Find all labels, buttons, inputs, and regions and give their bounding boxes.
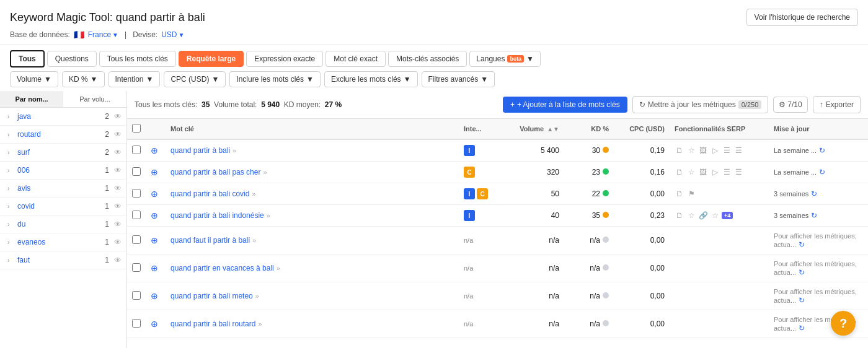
filter-volume[interactable]: Volume ▼ (10, 71, 58, 87)
sidebar-item[interactable]: › avis 1 👁 (0, 180, 126, 198)
keyword-link[interactable]: quand partir à bali covid (170, 189, 249, 198)
chevron-right-icon: › (7, 149, 15, 156)
add-keyword-icon[interactable]: ⊕ (151, 263, 158, 273)
help-fab[interactable]: ? (831, 311, 856, 336)
sort-by-name[interactable]: Par nom... (0, 91, 63, 107)
eye-icon[interactable]: 👁 (114, 166, 122, 175)
filter-include[interactable]: Inclure les mots clés ▼ (229, 71, 321, 87)
eye-icon[interactable]: 👁 (114, 130, 122, 139)
add-keyword-icon[interactable]: ⊕ (151, 167, 158, 177)
row-checkbox[interactable] (132, 291, 141, 300)
refresh-icon: ↻ (639, 100, 645, 109)
row-checkbox[interactable] (132, 167, 141, 176)
currency-link[interactable]: USD ▼ (161, 30, 184, 39)
add-keyword-icon[interactable]: ⊕ (151, 291, 158, 301)
keyword-expand-icon[interactable]: » (263, 168, 267, 176)
add-keyword-icon[interactable]: ⊕ (151, 319, 158, 329)
tab-mot-cle-exact[interactable]: Mot clé exact (326, 51, 386, 67)
filter-intention[interactable]: Intention ▼ (108, 71, 161, 87)
kd-dot (603, 147, 609, 153)
eye-icon[interactable]: 👁 (114, 184, 122, 193)
eye-icon[interactable]: 👁 (114, 148, 122, 157)
volume-value: 320 (547, 168, 559, 176)
keyword-link[interactable]: quand partir en vacances à bali (170, 264, 274, 272)
sidebar-item[interactable]: › evaneos 1 👁 (0, 233, 126, 251)
keyword-expand-icon[interactable]: » (255, 292, 259, 300)
sort-by-volume[interactable]: Par volu... (63, 91, 126, 107)
eye-icon[interactable]: 👁 (114, 256, 122, 264)
keyword-expand-icon[interactable]: » (258, 320, 262, 328)
langues-label: Langues (476, 54, 505, 63)
add-keyword-icon[interactable]: ⊕ (151, 235, 158, 245)
keyword-link[interactable]: quand partir à bali meteo (170, 292, 253, 300)
settings-button[interactable]: ⚙ 7/10 (773, 97, 807, 113)
refresh-icon[interactable]: ↻ (811, 211, 817, 220)
keyword-expand-icon[interactable]: » (267, 212, 270, 219)
kd-avg-value: 27 % (325, 100, 342, 109)
eye-icon[interactable]: 👁 (114, 220, 122, 228)
serp-icon-star-empty2: ☆ (710, 211, 720, 220)
sidebar-item[interactable]: › du 1 👁 (0, 215, 126, 233)
kd-value: n/a (590, 292, 600, 300)
row-checkbox[interactable] (132, 263, 141, 272)
keyword-link[interactable]: quand partir à bali (170, 146, 230, 155)
tab-requete-large[interactable]: Requête large (179, 51, 244, 67)
keyword-expand-icon[interactable]: » (252, 190, 255, 198)
row-checkbox[interactable] (132, 211, 141, 219)
col-header-volume[interactable]: Volume ▲▼ (508, 119, 564, 139)
serp-icon-page: 🗋 (675, 211, 684, 220)
eye-icon[interactable]: 👁 (114, 202, 122, 211)
database-link[interactable]: France ▼ (88, 30, 118, 39)
tab-mots-cles-associes[interactable]: Mots-clés associés (388, 51, 467, 67)
kd-value: 35 (592, 211, 600, 220)
row-checkbox[interactable] (132, 319, 141, 328)
refresh-icon[interactable]: ↻ (799, 240, 805, 249)
history-button[interactable]: Voir l'historique de recherche (746, 9, 858, 26)
add-keyword-icon[interactable]: ⊕ (151, 146, 158, 155)
sidebar-item[interactable]: › covid 1 👁 (0, 198, 126, 215)
refresh-icon[interactable]: ↻ (819, 168, 825, 176)
eye-icon[interactable]: 👁 (114, 238, 122, 246)
tab-tous[interactable]: Tous (10, 50, 45, 67)
keyword-link[interactable]: quand partir à bali indonésie (170, 211, 264, 220)
refresh-icon[interactable]: ↻ (799, 268, 805, 277)
tab-expression-exacte[interactable]: Expression exacte (246, 51, 323, 67)
cpc-value: 0,00 (650, 236, 665, 245)
add-keyword-icon[interactable]: ⊕ (151, 211, 158, 220)
update-metrics-button[interactable]: ↻ Mettre à jour les métriques 0/250 (632, 96, 769, 113)
keyword-link[interactable]: quand partir à bali pas cher (170, 168, 260, 176)
keyword-expand-icon[interactable]: » (252, 237, 256, 244)
refresh-icon[interactable]: ↻ (799, 296, 805, 305)
sidebar-item[interactable]: › 006 1 👁 (0, 162, 126, 180)
tab-tous-mots-cles[interactable]: Tous les mots clés (99, 51, 176, 67)
refresh-icon[interactable]: ↻ (799, 324, 805, 333)
eye-icon[interactable]: 👁 (114, 112, 122, 121)
filter-cpc[interactable]: CPC (USD) ▼ (164, 71, 226, 87)
add-keyword-icon[interactable]: ⊕ (151, 189, 158, 199)
row-checkbox[interactable] (132, 189, 141, 198)
filter-exclude[interactable]: Exclure les mots clés ▼ (324, 71, 418, 87)
table-row: ⊕quand partir à bali meteo»n/an/an/a0,00… (127, 282, 868, 310)
filter-kd[interactable]: KD % ▼ (62, 71, 105, 87)
keyword-link[interactable]: quand faut il partir à bali (170, 236, 250, 245)
row-checkbox[interactable] (132, 235, 141, 244)
tab-questions[interactable]: Questions (47, 51, 97, 67)
export-button[interactable]: ↑ Exporter (813, 96, 861, 113)
sidebar-count: 1 (105, 220, 109, 228)
keyword-expand-icon[interactable]: » (277, 264, 280, 272)
serp-plus-badge[interactable]: +4 (722, 212, 733, 219)
sidebar-item[interactable]: › surf 2 👁 (0, 144, 126, 162)
keyword-expand-icon[interactable]: » (232, 147, 236, 154)
langues-button[interactable]: Langues beta ▼ (469, 51, 540, 67)
add-keywords-button[interactable]: + + Ajouter à la liste de mots clés (503, 97, 627, 113)
refresh-icon[interactable]: ↻ (811, 189, 817, 198)
select-all-checkbox[interactable] (132, 124, 141, 133)
sidebar-item[interactable]: › java 2 👁 (0, 108, 126, 126)
keyword-link[interactable]: quand partir à bali routard (170, 320, 255, 328)
refresh-icon[interactable]: ↻ (819, 146, 825, 155)
row-checkbox[interactable] (132, 146, 141, 154)
sidebar-item[interactable]: › faut 1 👁 (0, 251, 126, 269)
serp-icon-page: 🗋 (675, 189, 684, 199)
filter-advanced[interactable]: Filtres avancés ▼ (422, 71, 495, 87)
sidebar-item[interactable]: › routard 2 👁 (0, 126, 126, 144)
